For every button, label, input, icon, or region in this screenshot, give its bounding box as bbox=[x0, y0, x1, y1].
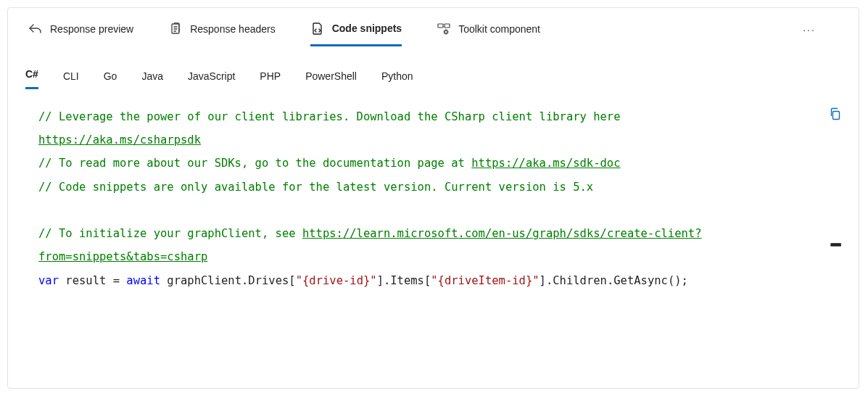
response-section-tabs: Response preview Response headers bbox=[8, 8, 859, 49]
code-snippet: // Leverage the power of our client libr… bbox=[38, 105, 789, 292]
lang-tab-java[interactable]: Java bbox=[141, 70, 163, 89]
tab-label: Response preview bbox=[50, 23, 133, 35]
more-icon: ··· bbox=[803, 24, 816, 36]
code-keyword: await bbox=[126, 274, 160, 287]
tab-toolkit-component[interactable]: Toolkit component bbox=[437, 22, 540, 45]
code-comment-link[interactable]: https://aka.ms/sdk-doc bbox=[471, 157, 620, 170]
code-string: "{drive-id}" bbox=[296, 274, 377, 287]
code-side-controls: ━ bbox=[827, 105, 844, 252]
code-comment: // To read more about our SDKs, go to th… bbox=[38, 157, 471, 170]
undo-icon bbox=[28, 22, 43, 36]
svg-rect-4 bbox=[438, 24, 443, 28]
code-keyword: var bbox=[38, 274, 59, 287]
code-text: result = bbox=[59, 274, 126, 287]
svg-rect-7 bbox=[833, 112, 840, 120]
toolkit-gear-icon bbox=[437, 22, 451, 36]
more-options-button[interactable]: ··· bbox=[798, 18, 821, 41]
code-string: "{driveItem-id}" bbox=[431, 274, 539, 287]
tab-response-preview[interactable]: Response preview bbox=[28, 22, 133, 45]
lang-tab-powershell[interactable]: PowerShell bbox=[305, 70, 357, 89]
svg-rect-5 bbox=[445, 24, 450, 28]
code-comment: // To initialize your graphClient, see bbox=[38, 227, 302, 240]
lang-tab-php[interactable]: PHP bbox=[260, 70, 281, 89]
lang-tab-csharp[interactable]: C# bbox=[25, 68, 38, 89]
document-code-icon bbox=[310, 21, 325, 36]
tab-code-snippets[interactable]: Code snippets bbox=[310, 21, 402, 46]
language-tabs: C# CLI Go Java JavaScript PHP PowerShell… bbox=[8, 49, 859, 89]
tab-response-headers[interactable]: Response headers bbox=[168, 22, 276, 45]
copy-icon bbox=[828, 107, 843, 121]
collapse-indicator: ━ bbox=[829, 239, 842, 252]
tab-label: Response headers bbox=[190, 23, 276, 35]
copy-button[interactable] bbox=[827, 105, 844, 123]
code-comment-link[interactable]: https://aka.ms/csharpsdk bbox=[38, 133, 201, 147]
code-text: ].Items[ bbox=[377, 274, 431, 287]
code-comment: // Code snippets are only available for … bbox=[38, 181, 593, 194]
lang-tab-go[interactable]: Go bbox=[104, 70, 117, 89]
tab-label: Toolkit component bbox=[458, 23, 540, 35]
lang-tab-cli[interactable]: CLI bbox=[63, 70, 79, 89]
tab-label: Code snippets bbox=[332, 22, 402, 34]
lang-tab-javascript[interactable]: JavaScript bbox=[188, 70, 235, 89]
code-text: ].Children.GetAsync(); bbox=[540, 274, 688, 287]
code-snippet-container: // Leverage the power of our client libr… bbox=[8, 89, 859, 307]
code-text: graphClient.Drives[ bbox=[160, 274, 296, 287]
code-snippets-panel: Response preview Response headers bbox=[7, 7, 859, 389]
document-copy-icon bbox=[168, 22, 183, 36]
lang-tab-python[interactable]: Python bbox=[381, 70, 413, 89]
code-comment: // Leverage the power of our client libr… bbox=[38, 110, 627, 123]
